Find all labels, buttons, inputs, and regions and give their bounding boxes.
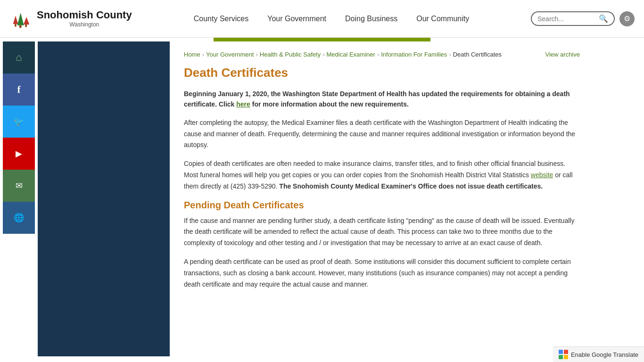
translate-bar: Enable Google Translate [553, 346, 644, 356]
breadcrumb-sep-3: › [322, 51, 324, 58]
sidebar-icon-twitter[interactable]: 🐦 [3, 106, 35, 138]
svg-rect-7 [564, 350, 568, 354]
sidebar-icons: ⌂ f 🐦 ▶ ✉ 🌐 [0, 41, 38, 356]
svg-rect-3 [19, 25, 21, 27]
svg-rect-9 [564, 355, 568, 356]
main-nav: County Services Your Government Doing Bu… [132, 15, 531, 23]
here-link[interactable]: here [236, 100, 250, 108]
nav-our-community[interactable]: Our Community [416, 15, 469, 23]
logo-area: Snohomish County Washington [9, 9, 132, 28]
breadcrumb-sep-1: › [202, 51, 204, 58]
svg-rect-8 [559, 355, 563, 356]
google-translate-icon [559, 350, 568, 356]
page-title: Death Certificates [184, 66, 580, 80]
translate-label[interactable]: Enable Google Translate [571, 351, 638, 357]
para-1: After completing the autopsy, the Medica… [184, 117, 580, 151]
sidebar-icon-facebook[interactable]: f [3, 74, 35, 106]
no-issue-notice: The Snohomish County Medical Examiner's … [279, 182, 543, 190]
para-4: A pending death certificate can be used … [184, 256, 580, 290]
logo-name: Snohomish County [37, 9, 132, 21]
logo-text: Snohomish County Washington [37, 9, 132, 27]
search-area: 🔍 ⚙ [531, 11, 635, 26]
breadcrumb-sep-5: › [449, 51, 451, 58]
breadcrumb-your-government[interactable]: Your Government [206, 51, 254, 58]
search-box: 🔍 [531, 11, 615, 26]
breadcrumb: Home › Your Government › Health & Public… [184, 51, 580, 58]
logo-state: Washington [37, 21, 132, 28]
breadcrumb-home[interactable]: Home [184, 51, 200, 58]
sidebar-icon-home[interactable]: ⌂ [3, 41, 35, 74]
svg-marker-2 [17, 13, 24, 25]
main-content: Home › Your Government › Health & Public… [170, 41, 594, 356]
para-3: If the cause and manner are pending furt… [184, 215, 580, 249]
svg-rect-6 [559, 350, 563, 354]
breadcrumb-sep-4: › [377, 51, 379, 58]
breadcrumb-medical-examiner[interactable]: Medical Examiner [327, 51, 375, 58]
breadcrumb-info-families[interactable]: Information For Families [381, 51, 447, 58]
section-title-pending: Pending Death Certificates [184, 200, 580, 211]
sidebar-icon-email[interactable]: ✉ [3, 170, 35, 202]
main-layout: ⌂ f 🐦 ▶ ✉ 🌐 Home › Your Government › Hea… [0, 41, 644, 356]
nav-doing-business[interactable]: Doing Business [345, 15, 397, 23]
settings-button[interactable]: ⚙ [619, 11, 635, 26]
svg-marker-0 [13, 16, 18, 24]
breadcrumb-sep-2: › [256, 51, 257, 58]
search-button[interactable]: 🔍 [599, 14, 608, 23]
intro-paragraph: Beginning January 1, 2020, the Washingto… [184, 89, 580, 110]
dark-sidebar-panel [38, 41, 170, 356]
svg-marker-4 [24, 17, 29, 25]
svg-rect-1 [15, 24, 17, 26]
nav-your-government[interactable]: Your Government [267, 15, 326, 23]
nav-county-services[interactable]: County Services [194, 15, 249, 23]
para-2: Copies of death certificates are often n… [184, 158, 580, 192]
website-link[interactable]: website [531, 171, 553, 179]
sidebar-icon-globe[interactable]: 🌐 [3, 202, 35, 234]
green-accent-bar [214, 38, 430, 41]
view-archive-link[interactable]: View archive [545, 51, 580, 58]
header: Snohomish County Washington County Servi… [0, 0, 644, 38]
search-input[interactable] [537, 15, 599, 23]
svg-rect-5 [25, 25, 27, 27]
sidebar-icon-youtube[interactable]: ▶ [3, 138, 35, 170]
breadcrumb-current: Death Certificates [453, 51, 502, 58]
breadcrumb-health[interactable]: Health & Public Safety [260, 51, 321, 58]
logo-icon [9, 9, 33, 28]
